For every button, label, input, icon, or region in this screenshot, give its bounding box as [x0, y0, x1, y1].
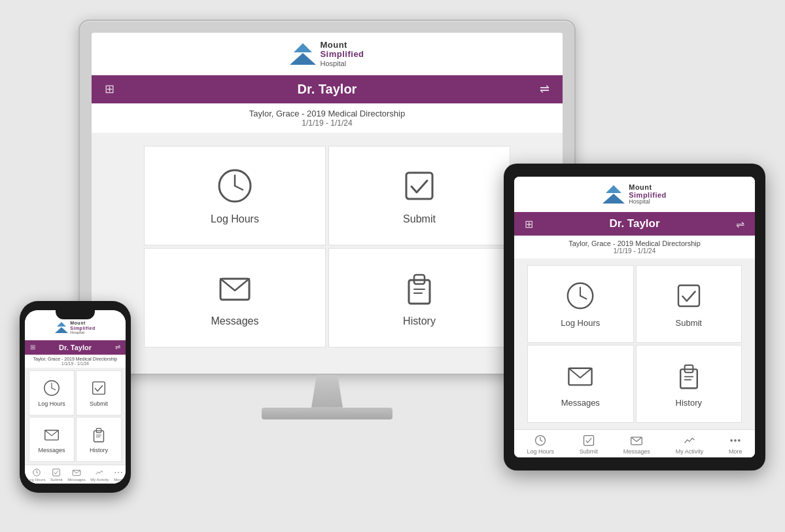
- monitor-base: [262, 408, 392, 419]
- monitor-neck: [301, 375, 353, 408]
- tablet-logo-triangles: [602, 185, 625, 204]
- tablet-clock-icon: [565, 280, 596, 311]
- phone-logo-line2: Simplified: [70, 326, 95, 331]
- desktop-log-hours-label: Log Hours: [211, 213, 259, 225]
- monitor-stand: [78, 375, 576, 419]
- tablet-envelope-icon: [565, 360, 596, 391]
- tablet-screen: Mount Simplified Hospital ⊞ Dr. Taylor ⇌…: [514, 177, 755, 457]
- phone-notch: [56, 310, 95, 319]
- phone-device: Mount Simplified Hospital ⊞ Dr. Taylor ⇌…: [20, 301, 131, 493]
- phone-nav-submit[interactable]: Submit: [50, 468, 63, 482]
- phone-history-button[interactable]: History: [76, 417, 122, 462]
- tablet-nav-more[interactable]: More: [729, 434, 742, 455]
- desktop-log-hours-button[interactable]: Log Hours: [144, 146, 326, 245]
- phone-logo-tri-top: [57, 322, 66, 327]
- tablet-checkmark-icon: [673, 280, 705, 311]
- tablet-nav-my-activity[interactable]: My Activity: [676, 434, 704, 455]
- svg-point-24: [735, 440, 737, 442]
- tablet-grid-icon[interactable]: ⊞: [525, 218, 533, 230]
- svg-line-37: [37, 472, 38, 473]
- phone-logo: Mount Simplified Hospital: [55, 321, 95, 335]
- tablet-header: ⊞ Dr. Taylor ⇌: [514, 212, 755, 236]
- desktop-submit-button[interactable]: Submit: [328, 146, 510, 245]
- desktop-screen: Mount Simplified Hospital ⊞ Dr. Taylor ⇌…: [92, 33, 563, 374]
- phone-border: Mount Simplified Hospital ⊞ Dr. Taylor ⇌…: [20, 301, 131, 493]
- svg-point-42: [121, 472, 122, 473]
- phone-logo-line1: Mount: [70, 321, 95, 326]
- phone-nav-submit-label: Submit: [50, 478, 63, 482]
- desktop-grid-icon[interactable]: ⊞: [105, 82, 114, 96]
- desktop-swap-icon[interactable]: ⇌: [540, 82, 550, 96]
- tablet-header-title: Dr. Taylor: [609, 217, 659, 230]
- tablet-nav-messages[interactable]: Messages: [623, 434, 650, 455]
- desktop-submit-label: Submit: [403, 213, 436, 225]
- phone-bottom-nav: Log Hours Submit Messages: [25, 465, 126, 484]
- phone-messages-button[interactable]: Messages: [29, 417, 75, 462]
- tablet-grid: Log Hours Submit: [514, 258, 755, 429]
- logo-line1: Mount: [320, 41, 364, 50]
- tablet-log-hours-label: Log Hours: [561, 318, 600, 328]
- tablet-logo: Mount Simplified Hospital: [602, 183, 667, 205]
- phone-log-hours-button[interactable]: Log Hours: [29, 370, 75, 416]
- svg-point-40: [115, 472, 116, 473]
- svg-point-25: [739, 440, 741, 442]
- tablet-logo-tri-bot: [602, 194, 625, 204]
- svg-rect-12: [678, 285, 699, 306]
- desktop-contract-name: Taylor, Grace - 2019 Medical Directorshi…: [92, 109, 563, 118]
- tablet-nav-my-activity-label: My Activity: [676, 448, 704, 455]
- phone-checkmark-icon: [90, 379, 108, 397]
- tablet-submit-button[interactable]: Submit: [636, 265, 742, 343]
- monitor-border: Mount Simplified Hospital ⊞ Dr. Taylor ⇌…: [78, 20, 576, 375]
- phone-clock-icon: [43, 379, 61, 397]
- logo-text: Mount Simplified Hospital: [320, 41, 364, 67]
- tablet-nav-submit[interactable]: Submit: [580, 434, 598, 455]
- desktop-clipboard-icon: [400, 268, 439, 308]
- tablet-logo-area: Mount Simplified Hospital: [514, 177, 755, 212]
- phone-grid: Log Hours Submit: [25, 368, 126, 465]
- tablet-nav-log-hours[interactable]: Log Hours: [527, 434, 554, 455]
- phone-subtitle: Taylor, Grace - 2019 Medical Directorshi…: [25, 355, 126, 368]
- phone-swap-icon[interactable]: ⇌: [115, 344, 120, 351]
- tablet-nav-more-label: More: [729, 448, 742, 455]
- tablet-messages-label: Messages: [561, 398, 600, 408]
- phone-nav-log-hours[interactable]: Log Hours: [27, 468, 46, 482]
- phone-nav-my-activity[interactable]: My Activity: [90, 468, 109, 482]
- phone-logo-triangles: [55, 322, 68, 333]
- desktop-history-label: History: [403, 315, 436, 327]
- tablet-history-button[interactable]: History: [636, 345, 742, 423]
- phone-nav-more[interactable]: More: [114, 468, 123, 482]
- tablet-messages-button[interactable]: Messages: [527, 345, 634, 423]
- svg-line-11: [580, 296, 587, 299]
- phone-envelope-icon: [43, 425, 61, 444]
- logo-triangle-bottom: [290, 53, 316, 65]
- svg-line-2: [235, 186, 243, 190]
- desktop-clock-icon: [215, 166, 254, 205]
- tablet-bottom-nav: Log Hours Submit Messages: [514, 429, 755, 457]
- phone-header-title: Dr. Taylor: [59, 344, 92, 351]
- desktop-envelope-icon: [215, 268, 254, 308]
- desktop-checkmark-icon: [400, 166, 439, 205]
- desktop-logo: Mount Simplified Hospital: [290, 41, 364, 67]
- tablet-history-label: History: [676, 398, 702, 408]
- svg-rect-21: [584, 436, 593, 446]
- tablet-logo-text: Mount Simplified Hospital: [629, 183, 667, 205]
- svg-line-28: [52, 388, 56, 390]
- phone-nav-more-label: More: [114, 478, 123, 482]
- tablet-nav-submit-label: Submit: [580, 448, 598, 455]
- phone-logo-line3: Hospital: [70, 330, 95, 335]
- phone-grid-icon[interactable]: ⊞: [30, 344, 35, 351]
- desktop-history-button[interactable]: History: [328, 248, 510, 347]
- desktop-header: ⊞ Dr. Taylor ⇌: [92, 75, 563, 103]
- phone-submit-button[interactable]: Submit: [76, 370, 122, 416]
- phone-submit-label: Submit: [90, 400, 108, 407]
- tablet-log-hours-button[interactable]: Log Hours: [527, 265, 634, 343]
- svg-rect-29: [93, 382, 105, 395]
- svg-rect-3: [406, 173, 432, 199]
- phone-history-label: History: [90, 447, 108, 453]
- desktop-messages-button[interactable]: Messages: [144, 248, 326, 347]
- tablet-submit-label: Submit: [676, 318, 702, 328]
- phone-screen: Mount Simplified Hospital ⊞ Dr. Taylor ⇌…: [25, 310, 126, 484]
- tablet-swap-icon[interactable]: ⇌: [736, 218, 744, 230]
- tablet-nav-log-hours-label: Log Hours: [527, 448, 554, 455]
- phone-nav-messages[interactable]: Messages: [67, 468, 85, 482]
